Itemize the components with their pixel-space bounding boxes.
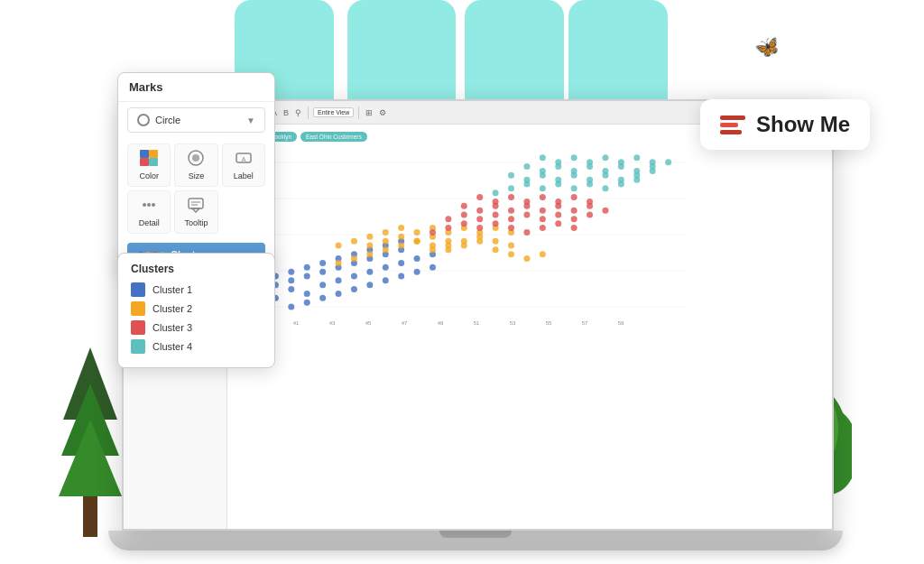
scatter-plot: 90 85 80 75 41 43 45 47 49 51 53 55 57 5… xyxy=(242,149,825,504)
svg-point-126 xyxy=(571,216,578,222)
svg-point-54 xyxy=(336,291,342,297)
svg-point-167 xyxy=(540,168,546,174)
svg-point-93 xyxy=(414,229,420,236)
show-me-panel[interactable]: Show Me xyxy=(700,99,870,150)
svg-point-128 xyxy=(461,203,467,209)
svg-point-183 xyxy=(650,159,656,165)
svg-point-38 xyxy=(319,269,326,275)
svg-point-129 xyxy=(476,208,483,214)
svg-rect-187 xyxy=(149,158,158,166)
svg-point-146 xyxy=(493,190,499,196)
svg-point-44 xyxy=(383,264,389,271)
show-me-icon xyxy=(720,116,745,134)
svg-point-177 xyxy=(555,159,561,165)
svg-point-149 xyxy=(540,185,546,191)
cluster-item-2: Cluster 2 xyxy=(131,301,262,316)
svg-text:53: 53 xyxy=(510,320,516,326)
svg-text:47: 47 xyxy=(402,320,408,326)
svg-rect-185 xyxy=(149,150,158,158)
toolbar-bold-icon[interactable]: B xyxy=(282,107,291,118)
label-label: Label xyxy=(234,171,254,180)
svg-rect-3 xyxy=(83,496,97,537)
svg-point-34 xyxy=(304,291,310,297)
svg-point-86 xyxy=(493,246,499,253)
pill-east-ohio[interactable]: East Ohio Customers xyxy=(300,132,367,142)
svg-point-144 xyxy=(571,194,578,200)
svg-text:45: 45 xyxy=(365,320,372,326)
cluster-4-label: Cluster 4 xyxy=(152,341,192,352)
butterfly-icon: 🦋 xyxy=(753,33,782,62)
svg-point-90 xyxy=(366,234,373,240)
size-icon xyxy=(187,150,205,170)
svg-point-159 xyxy=(555,177,561,183)
svg-point-156 xyxy=(508,172,514,179)
tooltip-label: Tooltip xyxy=(184,218,208,227)
clusters-legend-title: Clusters xyxy=(131,263,262,275)
svg-point-106 xyxy=(430,243,436,249)
marks-tooltip-button[interactable]: Tooltip xyxy=(174,190,217,234)
svg-point-193 xyxy=(147,203,151,207)
svg-point-122 xyxy=(508,216,514,222)
cluster-2-label: Cluster 2 xyxy=(152,303,192,314)
svg-point-157 xyxy=(523,177,530,183)
svg-point-182 xyxy=(633,154,640,161)
svg-point-113 xyxy=(508,225,514,231)
svg-point-59 xyxy=(414,269,420,275)
svg-point-64 xyxy=(319,260,326,266)
tree-left-icon xyxy=(54,338,126,537)
marks-color-button[interactable]: Color xyxy=(127,143,171,187)
marks-label-button[interactable]: A Label xyxy=(222,143,265,187)
svg-rect-195 xyxy=(189,199,203,208)
svg-point-171 xyxy=(602,168,608,174)
svg-text:49: 49 xyxy=(438,320,444,326)
svg-point-111 xyxy=(476,225,483,231)
main-content: ✏ 📊 A B ⚲ Entire View ⊞ ⚙ West to Brookl… xyxy=(227,101,832,529)
svg-point-115 xyxy=(540,225,546,231)
marks-size-button[interactable]: Size xyxy=(174,143,217,187)
toolbar-link-icon[interactable]: ⚲ xyxy=(293,107,303,118)
svg-point-192 xyxy=(143,203,146,207)
tooltip-icon xyxy=(187,197,205,217)
svg-point-32 xyxy=(288,286,294,292)
svg-point-124 xyxy=(540,216,546,222)
show-me-label: Show Me xyxy=(756,112,850,137)
toolbar-settings-icon[interactable]: ⚙ xyxy=(377,107,388,118)
svg-point-35 xyxy=(288,277,294,283)
circle-mark-icon xyxy=(137,114,150,126)
cluster-item-1: Cluster 1 xyxy=(131,282,262,297)
chart-area: West to Brooklyn East Ohio Customers 90 … xyxy=(227,125,832,529)
svg-point-147 xyxy=(508,185,514,191)
svg-point-48 xyxy=(414,255,420,262)
svg-point-117 xyxy=(571,225,578,231)
color-icon xyxy=(140,150,158,170)
laptop-base xyxy=(108,531,843,550)
svg-point-194 xyxy=(152,203,155,207)
svg-point-153 xyxy=(602,185,608,191)
svg-point-123 xyxy=(523,212,530,218)
svg-point-47 xyxy=(398,260,404,266)
svg-point-108 xyxy=(430,229,436,236)
svg-point-127 xyxy=(587,212,593,218)
svg-point-109 xyxy=(445,225,451,231)
label-icon: A xyxy=(235,150,253,170)
marks-detail-button[interactable]: Detail xyxy=(127,190,171,234)
marks-type-label: Circle xyxy=(155,115,180,125)
svg-point-116 xyxy=(555,220,561,227)
svg-point-145 xyxy=(587,199,593,205)
svg-text:43: 43 xyxy=(329,320,336,326)
svg-point-71 xyxy=(351,255,357,262)
svg-text:41: 41 xyxy=(293,320,300,326)
dropdown-arrow-icon: ▼ xyxy=(246,116,255,125)
svg-point-72 xyxy=(366,251,373,257)
svg-point-142 xyxy=(540,194,546,200)
svg-point-52 xyxy=(304,300,310,306)
svg-point-62 xyxy=(288,269,294,275)
toolbar-grid-icon[interactable]: ⊞ xyxy=(364,107,374,118)
marks-type-dropdown[interactable]: Circle ▼ xyxy=(127,107,265,133)
svg-point-92 xyxy=(398,225,404,231)
toolbar-sep-2 xyxy=(308,106,309,119)
entire-view-dropdown[interactable]: Entire View xyxy=(313,107,354,117)
show-me-bar-1 xyxy=(720,116,745,120)
svg-point-161 xyxy=(587,177,593,183)
svg-point-57 xyxy=(383,277,389,283)
